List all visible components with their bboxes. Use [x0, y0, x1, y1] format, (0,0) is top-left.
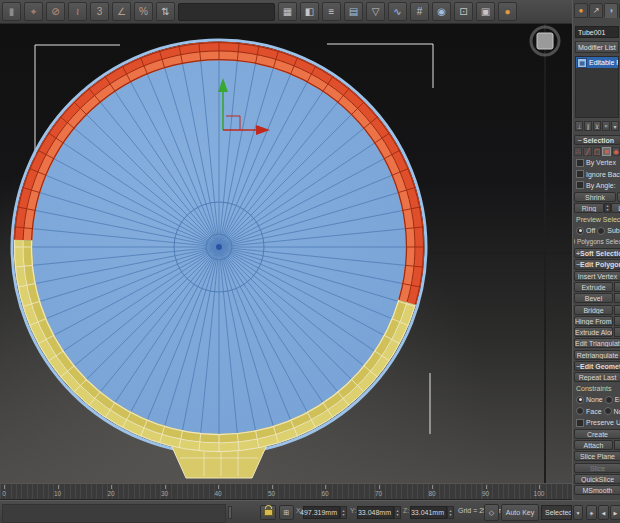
checkbox-preserve-uvs[interactable]: Preserve UVs — [574, 417, 620, 427]
loop-button[interactable]: Loop — [611, 203, 620, 213]
tube-object[interactable] — [12, 40, 426, 478]
slice-button[interactable]: Slice — [574, 463, 620, 473]
y-coordinate-field[interactable]: 33.048mm — [357, 506, 394, 519]
x-coordinate-field[interactable]: 497.319mm — [303, 506, 340, 519]
key-mode-toggle-button[interactable]: ◈ — [586, 505, 597, 520]
bridge-button[interactable]: Bridge — [574, 305, 613, 315]
align-icon[interactable]: ≡ — [322, 2, 341, 21]
radio-face[interactable] — [576, 407, 584, 415]
viewport-top[interactable] — [0, 24, 572, 483]
snaps-toggle-icon[interactable]: 3 — [90, 2, 109, 21]
material-editor-icon[interactable]: ◉ — [432, 2, 451, 21]
named-selection-sets-input[interactable] — [178, 3, 275, 21]
polygon-subobject-icon[interactable]: ■ — [602, 147, 610, 156]
rollout-header-selection[interactable]: −Selection — [574, 135, 620, 145]
extrude-settings-button[interactable] — [614, 282, 620, 292]
viewcube-top-face[interactable] — [537, 33, 553, 49]
bridge-settings-button[interactable] — [614, 305, 620, 315]
pin-stack-button[interactable]: ⊥ — [575, 121, 583, 131]
extrude-along-spline-settings-button[interactable] — [614, 327, 620, 337]
graphite-ribbon-icon[interactable]: ▽ — [366, 2, 385, 21]
listener-splitter[interactable] — [228, 506, 232, 519]
extrude-button[interactable]: Extrude — [574, 282, 613, 292]
vertex-subobject-icon[interactable]: ∴ — [574, 147, 582, 156]
configure-modifier-sets-button[interactable]: ▾ — [611, 121, 619, 131]
element-subobject-icon[interactable]: ◆ — [612, 147, 620, 156]
ring-button[interactable]: Ring — [574, 203, 604, 213]
radio-normal[interactable] — [604, 407, 612, 415]
percent-snap-icon[interactable]: % — [134, 2, 153, 21]
rollout-header-edit-polygons[interactable]: −Edit Polygons — [574, 259, 620, 269]
render-production-icon[interactable]: ● — [574, 3, 588, 18]
key-filter-dropdown-arrow[interactable]: ▼ — [573, 505, 583, 520]
hinge-from-edge-button[interactable]: Hinge From Edge — [574, 316, 613, 326]
rollout-header-soft-selection[interactable]: +Soft Selection — [574, 248, 620, 258]
repeat-last-button[interactable]: Repeat Last — [574, 372, 620, 382]
rendered-frame-icon[interactable]: ▣ — [476, 2, 495, 21]
modifier-stack-item[interactable]: ▦ Editable Poly — [576, 57, 618, 68]
tab-modify[interactable]: ◑ — [604, 3, 618, 18]
spinner-snap-icon[interactable]: ⇅ — [156, 2, 175, 21]
create-button[interactable]: Create — [574, 429, 620, 439]
x-spinner[interactable]: ▴▾ — [340, 506, 347, 519]
border-subobject-icon[interactable]: ▢ — [593, 147, 602, 156]
modifier-stack-list[interactable]: ▦ Editable Poly — [575, 56, 619, 118]
layer-manager-icon[interactable]: ▤ — [344, 2, 363, 21]
edit-triangulation-button[interactable]: Edit Triangulation — [574, 338, 620, 348]
radio-subobj[interactable] — [597, 227, 605, 235]
key-filter-dropdown[interactable]: Selected — [541, 505, 572, 520]
quickslice-button[interactable]: QuickSlice — [574, 474, 620, 484]
previous-frame-button[interactable]: ◀ — [598, 505, 609, 520]
radio-edge[interactable] — [605, 396, 613, 404]
timeline-frame-label: 30 — [161, 490, 168, 497]
render-setup-icon[interactable]: ⊡ — [454, 2, 473, 21]
play-button[interactable]: ▶ — [610, 505, 620, 520]
attach-button[interactable]: Attach — [574, 440, 613, 450]
selection-lock-toggle[interactable] — [260, 505, 276, 520]
attach-settings-button[interactable] — [614, 440, 620, 450]
bevel-settings-button[interactable] — [614, 293, 620, 303]
render-icon[interactable]: ● — [498, 2, 517, 21]
show-end-result-button[interactable]: ∥ — [584, 121, 592, 131]
extrude-along-spline-button[interactable]: Extrude Along Spline — [574, 327, 613, 337]
slice-plane-button[interactable]: Slice Plane — [574, 451, 620, 461]
z-spinner[interactable]: ▴▾ — [447, 506, 454, 519]
ring-spinner[interactable]: ▴▾ — [604, 203, 611, 213]
object-name-field[interactable]: Tube001 — [575, 26, 619, 38]
subobject-level-icons: ∴╱▢■◆ — [574, 146, 620, 156]
clipped-toolbar-icon[interactable]: ▮ — [2, 2, 21, 21]
curve-editor-icon[interactable]: ∿ — [388, 2, 407, 21]
checkbox-by-angle[interactable]: By Angle: — [574, 180, 620, 190]
select-and-link-icon[interactable]: ⌖ — [24, 2, 43, 21]
make-unique-button[interactable]: ⊻ — [593, 121, 601, 131]
msmooth-button[interactable]: MSmooth — [574, 485, 620, 495]
auto-key-button[interactable]: Auto Key — [501, 504, 539, 521]
retriangulate-button[interactable]: Retriangulate — [574, 350, 620, 360]
schematic-view-icon[interactable]: # — [410, 2, 429, 21]
maxscript-mini-listener[interactable] — [2, 504, 226, 523]
y-spinner[interactable]: ▴▾ — [394, 506, 401, 519]
radio-off[interactable] — [576, 227, 584, 235]
rollout-header-edit-geometry[interactable]: −Edit Geometry — [574, 361, 620, 371]
bind-to-spacewarp-icon[interactable]: ≀ — [68, 2, 87, 21]
timeline-ruler[interactable]: 0102030405060708090100 — [0, 483, 572, 500]
radio-none[interactable] — [576, 396, 584, 404]
z-coordinate-field[interactable]: 33.041mm — [410, 506, 447, 519]
hinge-from-edge-settings-button[interactable] — [614, 316, 620, 326]
angle-snap-icon[interactable]: ∠ — [112, 2, 131, 21]
bevel-button[interactable]: Bevel — [574, 293, 613, 303]
checkbox-ignore-backfacing[interactable]: Ignore Backfacing — [574, 169, 620, 179]
absolute-mode-toggle[interactable]: ⊞ — [279, 505, 294, 520]
shrink-button[interactable]: Shrink — [574, 192, 616, 202]
set-key-button[interactable]: ◇ — [484, 504, 499, 521]
tab-create[interactable]: ↗ — [589, 3, 603, 18]
mirror-icon[interactable]: ◧ — [300, 2, 319, 21]
edit-named-selection-sets-icon[interactable]: ▦ — [278, 2, 297, 21]
edge-subobject-icon[interactable]: ╱ — [583, 147, 591, 156]
timeline-tick — [325, 485, 326, 489]
insert-vertex-button[interactable]: Insert Vertex — [574, 271, 620, 281]
checkbox-by-vertex[interactable]: By Vertex — [574, 158, 620, 168]
unlink-selection-icon[interactable]: ⊘ — [46, 2, 65, 21]
remove-modifier-button[interactable]: × — [602, 121, 610, 131]
modifier-list-dropdown[interactable]: Modifier List — [575, 41, 619, 53]
